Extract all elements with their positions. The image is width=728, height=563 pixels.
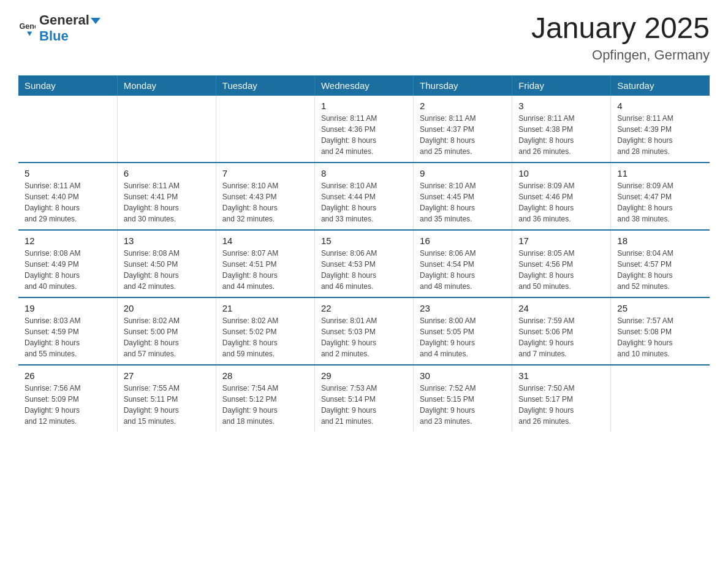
day-info: Sunrise: 8:11 AMSunset: 4:38 PMDaylight:…: [518, 113, 604, 157]
day-info: Sunrise: 8:06 AMSunset: 4:53 PMDaylight:…: [321, 248, 407, 292]
calendar-cell: 29Sunrise: 7:53 AMSunset: 5:14 PMDayligh…: [314, 365, 413, 432]
day-info: Sunrise: 7:53 AMSunset: 5:14 PMDaylight:…: [321, 383, 407, 427]
calendar-week-row: 26Sunrise: 7:56 AMSunset: 5:09 PMDayligh…: [18, 365, 710, 432]
day-info: Sunrise: 8:08 AMSunset: 4:50 PMDaylight:…: [124, 248, 210, 292]
day-info: Sunrise: 8:11 AMSunset: 4:41 PMDaylight:…: [124, 180, 210, 224]
calendar-cell: 17Sunrise: 8:05 AMSunset: 4:56 PMDayligh…: [512, 230, 611, 297]
day-info: Sunrise: 8:00 AMSunset: 5:05 PMDaylight:…: [420, 315, 506, 359]
weekday-header-thursday: Thursday: [414, 75, 512, 96]
day-info: Sunrise: 8:02 AMSunset: 5:00 PMDaylight:…: [124, 315, 210, 359]
calendar-cell: 19Sunrise: 8:03 AMSunset: 4:59 PMDayligh…: [18, 297, 117, 365]
calendar-cell: [611, 365, 710, 432]
day-info: Sunrise: 7:56 AMSunset: 5:09 PMDaylight:…: [25, 383, 111, 427]
day-info: Sunrise: 8:10 AMSunset: 4:43 PMDaylight:…: [222, 180, 308, 224]
day-info: Sunrise: 8:02 AMSunset: 5:02 PMDaylight:…: [222, 315, 308, 359]
day-number: 14: [222, 236, 308, 246]
calendar-cell: 4Sunrise: 8:11 AMSunset: 4:39 PMDaylight…: [611, 96, 710, 163]
day-number: 8: [321, 168, 407, 178]
weekday-header-wednesday: Wednesday: [314, 75, 413, 96]
day-number: 10: [518, 168, 604, 178]
day-number: 15: [321, 236, 407, 246]
day-number: 11: [617, 168, 703, 178]
calendar-cell: 18Sunrise: 8:04 AMSunset: 4:57 PMDayligh…: [611, 230, 710, 297]
page-subtitle: Opfingen, Germany: [531, 47, 710, 63]
day-number: 28: [222, 370, 308, 381]
day-number: 4: [617, 101, 703, 111]
day-info: Sunrise: 8:04 AMSunset: 4:57 PMDaylight:…: [617, 248, 703, 292]
calendar-cell: 25Sunrise: 7:57 AMSunset: 5:08 PMDayligh…: [611, 297, 710, 365]
day-number: 21: [222, 303, 308, 313]
logo-icon: General: [18, 20, 36, 37]
calendar-cell: 8Sunrise: 8:10 AMSunset: 4:44 PMDaylight…: [314, 163, 413, 230]
day-info: Sunrise: 8:01 AMSunset: 5:03 PMDaylight:…: [321, 315, 407, 359]
day-number: 23: [420, 303, 506, 313]
logo: General General Blue: [18, 12, 100, 44]
page-header: General General Blue January 2025 Opfing…: [18, 12, 710, 63]
day-info: Sunrise: 8:06 AMSunset: 4:54 PMDaylight:…: [420, 248, 506, 292]
day-info: Sunrise: 8:10 AMSunset: 4:44 PMDaylight:…: [321, 180, 407, 224]
day-info: Sunrise: 8:03 AMSunset: 4:59 PMDaylight:…: [25, 315, 111, 359]
calendar-cell: 31Sunrise: 7:50 AMSunset: 5:17 PMDayligh…: [512, 365, 611, 432]
day-number: 1: [321, 101, 407, 111]
logo-arrow: [91, 18, 100, 24]
weekday-header-tuesday: Tuesday: [216, 75, 314, 96]
calendar-cell: 3Sunrise: 8:11 AMSunset: 4:38 PMDaylight…: [512, 96, 611, 163]
title-section: January 2025 Opfingen, Germany: [531, 12, 710, 63]
calendar-week-row: 12Sunrise: 8:08 AMSunset: 4:49 PMDayligh…: [18, 230, 710, 297]
logo-text-general: General: [39, 12, 89, 28]
day-number: 27: [124, 370, 210, 381]
calendar-cell: 11Sunrise: 8:09 AMSunset: 4:47 PMDayligh…: [611, 163, 710, 230]
day-number: 17: [518, 236, 604, 246]
day-number: 31: [518, 370, 604, 381]
day-number: 18: [617, 236, 703, 246]
calendar-cell: 26Sunrise: 7:56 AMSunset: 5:09 PMDayligh…: [18, 365, 117, 432]
day-info: Sunrise: 8:11 AMSunset: 4:40 PMDaylight:…: [25, 180, 111, 224]
weekday-header-monday: Monday: [117, 75, 216, 96]
page-title: January 2025: [531, 12, 710, 45]
day-number: 19: [25, 303, 111, 313]
calendar-cell: 16Sunrise: 8:06 AMSunset: 4:54 PMDayligh…: [414, 230, 512, 297]
day-info: Sunrise: 8:07 AMSunset: 4:51 PMDaylight:…: [222, 248, 308, 292]
day-info: Sunrise: 8:11 AMSunset: 4:37 PMDaylight:…: [420, 113, 506, 157]
day-info: Sunrise: 8:11 AMSunset: 4:39 PMDaylight:…: [617, 113, 703, 157]
day-number: 9: [420, 168, 506, 178]
calendar-cell: 28Sunrise: 7:54 AMSunset: 5:12 PMDayligh…: [216, 365, 314, 432]
day-number: 3: [518, 101, 604, 111]
day-number: 2: [420, 101, 506, 111]
day-info: Sunrise: 8:10 AMSunset: 4:45 PMDaylight:…: [420, 180, 506, 224]
calendar-week-row: 19Sunrise: 8:03 AMSunset: 4:59 PMDayligh…: [18, 297, 710, 365]
day-info: Sunrise: 8:09 AMSunset: 4:47 PMDaylight:…: [617, 180, 703, 224]
calendar-cell: 9Sunrise: 8:10 AMSunset: 4:45 PMDaylight…: [414, 163, 512, 230]
weekday-header-sunday: Sunday: [18, 75, 117, 96]
day-info: Sunrise: 7:50 AMSunset: 5:17 PMDaylight:…: [518, 383, 604, 427]
calendar-cell: 5Sunrise: 8:11 AMSunset: 4:40 PMDaylight…: [18, 163, 117, 230]
weekday-header-friday: Friday: [512, 75, 611, 96]
calendar-cell: 21Sunrise: 8:02 AMSunset: 5:02 PMDayligh…: [216, 297, 314, 365]
calendar-cell: 10Sunrise: 8:09 AMSunset: 4:46 PMDayligh…: [512, 163, 611, 230]
day-number: 26: [25, 370, 111, 381]
calendar-cell: 30Sunrise: 7:52 AMSunset: 5:15 PMDayligh…: [414, 365, 512, 432]
day-info: Sunrise: 7:59 AMSunset: 5:06 PMDaylight:…: [518, 315, 604, 359]
logo-text-blue: Blue: [39, 28, 69, 44]
day-number: 16: [420, 236, 506, 246]
day-info: Sunrise: 8:09 AMSunset: 4:46 PMDaylight:…: [518, 180, 604, 224]
day-number: 20: [124, 303, 210, 313]
day-info: Sunrise: 7:57 AMSunset: 5:08 PMDaylight:…: [617, 315, 703, 359]
calendar-cell: 1Sunrise: 8:11 AMSunset: 4:36 PMDaylight…: [314, 96, 413, 163]
calendar-cell: 13Sunrise: 8:08 AMSunset: 4:50 PMDayligh…: [117, 230, 216, 297]
calendar-cell: 2Sunrise: 8:11 AMSunset: 4:37 PMDaylight…: [414, 96, 512, 163]
calendar-cell: 20Sunrise: 8:02 AMSunset: 5:00 PMDayligh…: [117, 297, 216, 365]
day-number: 7: [222, 168, 308, 178]
calendar-cell: [117, 96, 216, 163]
day-number: 29: [321, 370, 407, 381]
calendar-cell: 22Sunrise: 8:01 AMSunset: 5:03 PMDayligh…: [314, 297, 413, 365]
svg-marker-1: [27, 32, 32, 36]
day-number: 5: [25, 168, 111, 178]
day-number: 25: [617, 303, 703, 313]
day-info: Sunrise: 7:54 AMSunset: 5:12 PMDaylight:…: [222, 383, 308, 427]
calendar-cell: 15Sunrise: 8:06 AMSunset: 4:53 PMDayligh…: [314, 230, 413, 297]
day-number: 30: [420, 370, 506, 381]
day-info: Sunrise: 8:05 AMSunset: 4:56 PMDaylight:…: [518, 248, 604, 292]
day-info: Sunrise: 7:52 AMSunset: 5:15 PMDaylight:…: [420, 383, 506, 427]
day-number: 24: [518, 303, 604, 313]
